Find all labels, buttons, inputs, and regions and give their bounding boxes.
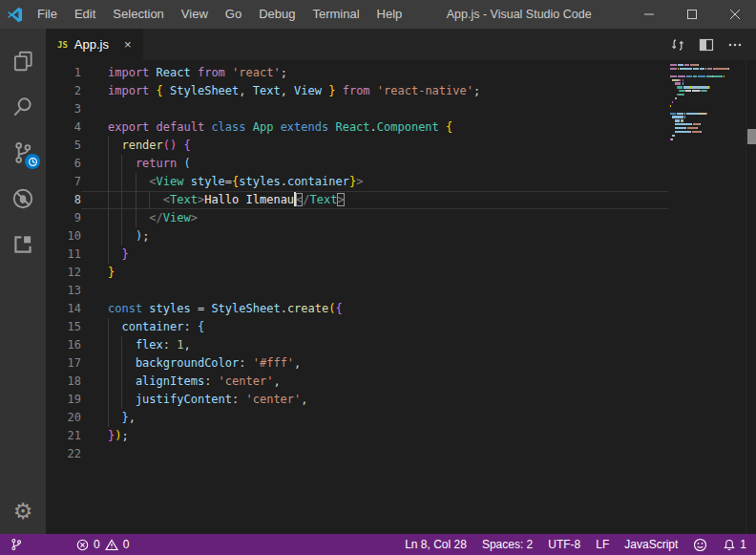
code-line[interactable]: 11 }	[46, 245, 756, 264]
menu-debug[interactable]: Debug	[250, 0, 304, 29]
menu-selection[interactable]: Selection	[104, 0, 172, 29]
search-icon[interactable]	[0, 84, 46, 130]
line-content[interactable]	[81, 282, 668, 300]
line-number[interactable]: 7	[46, 173, 81, 191]
line-number[interactable]: 20	[46, 409, 81, 427]
status-indentation[interactable]: Spaces: 2	[482, 538, 533, 551]
line-content[interactable]: alignItems: 'center',	[81, 373, 668, 391]
line-content[interactable]: justifyContent: 'center',	[81, 391, 668, 409]
overview-ruler[interactable]	[746, 60, 756, 534]
menu-file[interactable]: File	[29, 0, 66, 29]
line-number[interactable]: 15	[46, 318, 81, 336]
line-content[interactable]: return (	[81, 155, 668, 173]
code-line[interactable]: 20 },	[46, 409, 756, 427]
line-content[interactable]: });	[81, 427, 668, 445]
line-content[interactable]: import { StyleSheet, Text, View } from '…	[81, 82, 668, 100]
code-line[interactable]: 21});	[46, 427, 756, 445]
line-content[interactable]: const styles = StyleSheet.create({	[81, 300, 668, 318]
line-number[interactable]: 17	[46, 354, 81, 373]
line-number[interactable]: 10	[46, 227, 81, 245]
code-line[interactable]: 17 backgroundColor: '#fff',	[46, 354, 756, 373]
line-number[interactable]: 18	[46, 373, 81, 391]
line-number[interactable]: 21	[46, 427, 81, 445]
code-line[interactable]: 3	[46, 100, 756, 118]
line-content[interactable]: }	[81, 245, 668, 264]
minimize-button[interactable]	[627, 0, 670, 29]
menu-view[interactable]: View	[173, 0, 217, 29]
menu-go[interactable]: Go	[217, 0, 250, 29]
line-content[interactable]: );	[81, 227, 668, 245]
settings-gear-icon[interactable]: ⚙	[0, 488, 46, 534]
line-number[interactable]: 3	[46, 100, 81, 118]
status-encoding[interactable]: UTF-8	[548, 538, 580, 551]
code-area[interactable]: 1import React from 'react';2import { Sty…	[46, 60, 756, 463]
line-content[interactable]: <Text>Hallo Ilmenau</Text>	[81, 191, 668, 209]
code-line[interactable]: 2import { StyleSheet, Text, View } from …	[46, 82, 756, 100]
close-button[interactable]	[713, 0, 756, 29]
status-cursor-position[interactable]: Ln 8, Col 28	[405, 538, 467, 551]
line-number[interactable]: 16	[46, 336, 81, 354]
line-content[interactable]: <View style={styles.container}>	[81, 173, 668, 191]
line-content[interactable]: },	[81, 409, 668, 427]
line-content[interactable]: </View>	[81, 209, 668, 227]
open-changes-icon[interactable]	[670, 37, 685, 53]
code-line[interactable]: 8 <Text>Hallo Ilmenau</Text>	[46, 191, 756, 209]
code-line[interactable]: 4export default class App extends React.…	[46, 118, 756, 137]
git-branch-button[interactable]	[10, 537, 23, 552]
status-eol[interactable]: LF	[596, 538, 609, 551]
code-line[interactable]: 7 <View style={styles.container}>	[46, 173, 756, 191]
code-line[interactable]: 9 </View>	[46, 209, 756, 227]
line-number[interactable]: 8	[46, 191, 81, 209]
code-line[interactable]: 10 );	[46, 227, 756, 245]
source-control-icon[interactable]	[0, 130, 46, 176]
line-content[interactable]: }	[81, 264, 668, 282]
code-line[interactable]: 22	[46, 445, 756, 463]
line-number[interactable]: 22	[46, 445, 81, 463]
code-line[interactable]: 1import React from 'react';	[46, 64, 756, 82]
debug-icon[interactable]	[0, 176, 46, 222]
status-language-mode[interactable]: JavaScript	[624, 538, 678, 551]
problems-button[interactable]: 0 0	[76, 538, 129, 551]
notifications-bell[interactable]: 1	[723, 538, 746, 552]
line-content[interactable]: import React from 'react';	[81, 64, 668, 82]
line-number[interactable]: 1	[46, 64, 81, 82]
line-content[interactable]: export default class App extends React.C…	[81, 118, 668, 137]
code-line[interactable]: 6 return (	[46, 155, 756, 173]
split-editor-icon[interactable]	[699, 38, 714, 52]
line-number[interactable]: 13	[46, 282, 81, 300]
code-line[interactable]: 18 alignItems: 'center',	[46, 373, 756, 391]
line-number[interactable]: 9	[46, 209, 81, 227]
line-content[interactable]	[81, 445, 668, 463]
line-content[interactable]	[81, 100, 668, 118]
line-number[interactable]: 2	[46, 82, 81, 100]
line-number[interactable]: 4	[46, 118, 81, 137]
line-content[interactable]: flex: 1,	[81, 336, 668, 354]
tab-close-icon[interactable]: ×	[124, 38, 132, 51]
line-content[interactable]: backgroundColor: '#fff',	[81, 354, 668, 373]
code-line[interactable]: 5 render() {	[46, 137, 756, 155]
minimap[interactable]	[670, 64, 733, 146]
code-line[interactable]: 14const styles = StyleSheet.create({	[46, 300, 756, 318]
feedback-smiley-icon[interactable]	[693, 538, 707, 552]
code-line[interactable]: 12}	[46, 264, 756, 282]
line-number[interactable]: 5	[46, 137, 81, 155]
code-line[interactable]: 15 container: {	[46, 318, 756, 336]
line-content[interactable]: container: {	[81, 318, 668, 336]
line-number[interactable]: 6	[46, 155, 81, 173]
menu-terminal[interactable]: Terminal	[304, 0, 368, 29]
line-number[interactable]: 11	[46, 245, 81, 264]
code-editor[interactable]: 1import React from 'react';2import { Sty…	[46, 60, 756, 534]
more-actions-icon[interactable]	[727, 37, 743, 53]
explorer-icon[interactable]	[0, 38, 46, 84]
extensions-icon[interactable]	[0, 222, 46, 267]
line-number[interactable]: 14	[46, 300, 81, 318]
menu-edit[interactable]: Edit	[66, 0, 104, 29]
line-number[interactable]: 19	[46, 391, 81, 409]
code-line[interactable]: 19 justifyContent: 'center',	[46, 391, 756, 409]
tab-appjs[interactable]: JS App.js ×	[46, 29, 143, 60]
code-line[interactable]: 16 flex: 1,	[46, 336, 756, 354]
code-line[interactable]: 13	[46, 282, 756, 300]
line-number[interactable]: 12	[46, 264, 81, 282]
maximize-button[interactable]	[670, 0, 713, 29]
menu-help[interactable]: Help	[368, 0, 411, 29]
